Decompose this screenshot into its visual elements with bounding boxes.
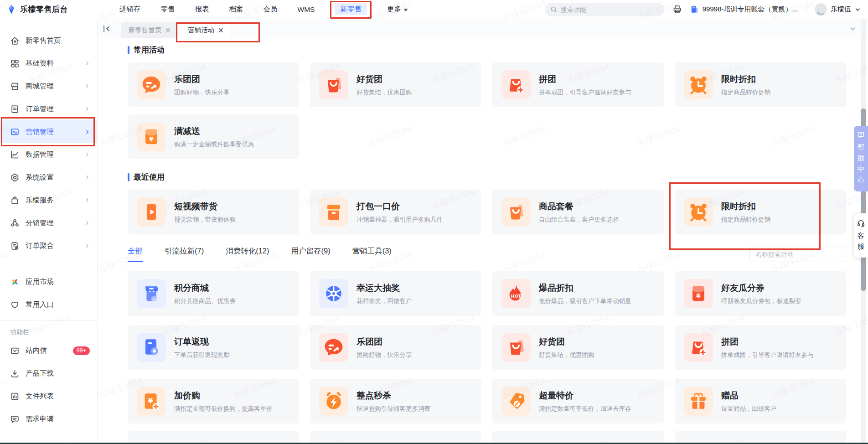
activity-card-order-cashback[interactable]: 订单返现下单后获得返现奖励 (128, 325, 299, 370)
sidebar-item-basic-data[interactable]: 基础资料 (0, 52, 97, 75)
activity-card-pintuan-2[interactable]: 拼团拼单成团，引导客户邀请好友参与 (675, 325, 846, 370)
handbag-icon (10, 196, 20, 205)
activity-card-flash-discount-recent[interactable]: 限时折扣指定商品特价促销 (675, 190, 846, 234)
grid-icon (10, 59, 20, 68)
pinwheel-icon (10, 277, 20, 287)
yen-plus-icon: ¥ (137, 387, 166, 416)
nav-item-archives[interactable]: 档案 (229, 5, 243, 14)
activity-card-letuantuan[interactable]: 乐团团团购好物，快乐分享 (128, 62, 299, 107)
sidebar-item-inbox[interactable]: 站内信 99+ (0, 339, 97, 362)
sidebar-item-file-list[interactable]: 文件列表 (0, 385, 97, 408)
gear-icon (10, 173, 20, 182)
heart-icon (10, 300, 20, 310)
nav-item-wms[interactable]: WMS (298, 5, 315, 14)
activity-card-product-bundle[interactable]: 商品套餐自由组合售卖，客户更多选择 (492, 190, 664, 234)
points-mall-icon (137, 279, 166, 308)
activity-search-input[interactable] (749, 247, 846, 262)
activity-card-pintuan[interactable]: 拼团拼单成团，引导客户邀请好友参与 (492, 62, 664, 107)
activity-card-partial[interactable] (310, 431, 481, 444)
lucky-wheel-icon (319, 279, 348, 308)
filter-tab-tools[interactable]: 营销工具(3) (352, 246, 392, 262)
sidebar-item-order-aggregation[interactable]: 订单聚合 (0, 234, 97, 257)
global-search[interactable] (545, 3, 664, 16)
activity-card-hot-discount[interactable]: HOT 爆品折扣低价爆品，吸引客户下单带动销量 (492, 271, 664, 316)
divider (806, 5, 806, 14)
download-icon (10, 369, 20, 378)
tab-bar: 新零售首页 营销活动 (98, 19, 868, 38)
sidebar-item-request-submission[interactable]: 需求申请 (0, 408, 97, 430)
nav-item-reports[interactable]: 报表 (195, 5, 209, 14)
filter-tab-acquisition[interactable]: 引流拉新(7) (165, 246, 204, 262)
unread-count-badge: 99+ (73, 346, 90, 355)
global-search-input[interactable] (561, 6, 659, 13)
chevron-right-icon (84, 220, 90, 226)
sidebar-item-common-entries[interactable]: 常用入口 (0, 293, 97, 316)
activity-card-package-price[interactable]: 打包一口价冲销量神器，吸引用户多购几件 (310, 190, 481, 234)
line-chart-icon (10, 150, 20, 160)
sidebar-item-marketing-management[interactable]: 营销管理 (0, 120, 97, 143)
activity-card-gift[interactable]: 赠品设置赠品，回馈客户 (675, 379, 846, 423)
close-icon (165, 28, 170, 33)
sidebar-item-new-retail-home[interactable]: 新零售首页 (0, 29, 97, 52)
search-icon (550, 6, 557, 13)
sidebar-item-data-management[interactable]: 数据管理 (0, 143, 97, 166)
activity-card-hourly-flash-sale[interactable]: 整点秒杀快速抢购引导顾客更多消费 (310, 379, 481, 423)
nav-item-members[interactable]: 会员 (264, 5, 278, 14)
activity-card-markup-purchase[interactable]: ¥ 加价购满指定金额可低价换购，提高客单价 (128, 379, 299, 423)
activity-card-coupon-share[interactable]: ¥ 好友瓜分券呼朋唤友瓜分券包，极速裂变 (675, 271, 846, 316)
activity-card-partial[interactable] (675, 431, 846, 444)
tab-marketing-activities[interactable]: 营销活动 (181, 22, 230, 38)
activity-card-short-video[interactable]: 短视频带货视觉营销，带货新体验 (128, 190, 299, 234)
sidebar-item-product-download[interactable]: 产品下载 (0, 362, 97, 385)
activity-card-letuantuan-2[interactable]: 乐团团团购好物，快乐分享 (310, 325, 481, 370)
close-icon (218, 28, 223, 33)
sidebar-collapse-icon[interactable] (102, 24, 111, 33)
marketing-chart-icon (10, 127, 20, 137)
top-nav: 进销存 零售 报表 档案 会员 WMS 新零售 更多 (119, 5, 408, 14)
activity-card-haohuotuan-2[interactable]: 好货团好货集结，优惠团购 (492, 325, 664, 370)
activity-card-volume-special[interactable]: 超量特价满指定数量可享低价，加速去库存 (492, 379, 664, 423)
tab-new-retail-home[interactable]: 新零售首页 (121, 22, 178, 38)
group-chat-share-icon (319, 333, 348, 362)
sidebar-item-system-settings[interactable]: 系统设置 (0, 166, 97, 189)
help-center-tab[interactable]: 帮助中心 (854, 126, 868, 191)
lemon-logo-icon (6, 5, 16, 15)
nav-item-more[interactable]: 更多 (387, 5, 408, 14)
activity-card-partial[interactable] (128, 431, 299, 444)
chat-request-icon (10, 414, 20, 424)
activity-card-full-reduction[interactable]: ¥ 满减送购满一定金额或件数享受优惠 (128, 114, 299, 159)
chevron-right-icon (84, 83, 90, 89)
activity-card-points-mall[interactable]: 积分商城积分兑换商品、优惠券 (128, 271, 299, 316)
customer-service-label: 客服 (857, 230, 865, 252)
gift-icon (684, 387, 713, 416)
sidebar-item-distribution-management[interactable]: 分销管理 (0, 212, 97, 234)
sidebar-section-label: 功能栏 (0, 321, 97, 339)
svg-text:¥: ¥ (696, 292, 701, 299)
account-name: 99998-培训专用账套（黄凯）... (703, 5, 798, 14)
nav-item-new-retail[interactable]: 新零售 (335, 5, 367, 14)
filter-tab-retention[interactable]: 用户留存(9) (291, 246, 331, 262)
activity-card-partial[interactable] (492, 431, 664, 444)
nav-item-retail[interactable]: 零售 (161, 5, 175, 14)
sidebar-item-order-management[interactable]: 订单管理 (0, 98, 97, 120)
mail-icon (10, 346, 20, 356)
customer-service-tab[interactable]: 客服 (854, 213, 868, 258)
account-switcher[interactable]: 99998-培训专用账套（黄凯）... (690, 5, 798, 14)
sidebar-item-mall-management[interactable]: 商城管理 (0, 75, 97, 98)
activity-card-flash-discount[interactable]: 限时折扣指定商品特价促销 (675, 62, 846, 107)
user-menu[interactable]: 乐檬伍 (815, 3, 861, 15)
printer-icon[interactable] (672, 5, 682, 14)
all-activities-grid-partial-row (128, 431, 846, 444)
tabs-dropdown-icon[interactable] (849, 25, 856, 32)
doc-coin-icon (137, 333, 166, 362)
sidebar-item-lemon-services[interactable]: 乐檬服务 (0, 189, 97, 212)
sidebar: 新零售首页 基础资料 商城管理 订单管理 营销管理 (0, 19, 98, 444)
price-tag-icon (501, 387, 531, 416)
activity-card-haohuotuan[interactable]: 好货团好货集结，优惠团购 (310, 62, 481, 107)
store-icon (10, 82, 20, 91)
activity-card-lucky-draw[interactable]: 幸运大抽奖花样抽奖，回馈客户 (310, 271, 481, 316)
sidebar-item-app-market[interactable]: 应用市场 (0, 270, 97, 293)
filter-tab-all[interactable]: 全部 (128, 246, 143, 262)
filter-tab-conversion[interactable]: 消费转化(12) (226, 246, 269, 262)
nav-item-purchase-sale-stock[interactable]: 进销存 (119, 5, 141, 14)
